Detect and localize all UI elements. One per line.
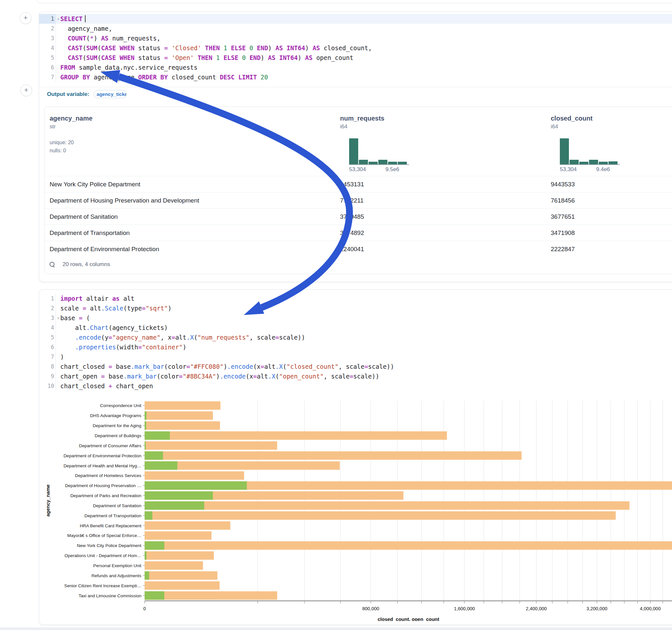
open-count-bar — [145, 431, 170, 440]
line-number: 3 — [39, 33, 55, 43]
code-line[interactable]: 2scale = alt.Scale(type="sqrt") — [39, 303, 672, 313]
line-number: 7 — [39, 72, 55, 82]
table-footer: 20 rows, 4 columns — [50, 261, 110, 268]
code-line[interactable]: 5 CAST(SUM(CASE WHEN status = 'Open' THE… — [39, 53, 672, 63]
open-count-bar — [145, 411, 146, 420]
table-cell: Department of Housing Preservation and D… — [50, 193, 199, 209]
column-histogram — [349, 138, 409, 165]
table-row[interactable]: Department of Sanitation37494853677651 — [44, 209, 672, 224]
line-number: 9 — [39, 371, 55, 381]
y-axis-label: Department of Sanitation — [93, 503, 141, 508]
code-line[interactable]: 10chart_closed + chart_open — [39, 381, 672, 391]
line-number: 10 — [39, 381, 55, 391]
next-cell-edge — [0, 627, 672, 630]
table-row[interactable]: Department of Transportation377489234719… — [44, 224, 672, 241]
open-count-bar — [145, 441, 146, 450]
table-cell: Department of Sanitation — [50, 209, 118, 224]
y-axis-label: DHS Advantage Programs — [90, 413, 142, 418]
y-axis-label: Department of Buildings — [95, 433, 141, 438]
code-line[interactable]: 3∨base = ( — [39, 313, 672, 323]
code-text: CAST(SUM(CASE WHEN status = 'Open' THEN … — [55, 53, 672, 63]
code-text: alt.Chart(agency_tickets) — [55, 323, 672, 333]
python-code-editor[interactable]: 1import altair as alt2scale = alt.Scale(… — [39, 290, 672, 393]
y-axis-label: Correspondence Unit — [100, 403, 141, 408]
previous-cell-edge — [37, 0, 672, 3]
code-text: GROUP BY agency_name ORDER BY closed_cou… — [55, 72, 672, 82]
open-count-bar — [145, 452, 163, 460]
add-cell-button-middle[interactable]: + — [20, 84, 32, 96]
table-cell: 9453131 — [340, 176, 364, 192]
code-line[interactable]: 7) — [39, 352, 672, 362]
code-line[interactable]: 5 .encode(y="agency_name", x=alt.X("num_… — [39, 333, 672, 342]
y-axis-label: Department for the Aging — [93, 423, 141, 428]
y-axis-label: New York City Police Department — [77, 543, 141, 548]
closed-count-bar — [145, 452, 522, 460]
histogram-max-label: 9.5e6 — [385, 166, 399, 173]
closed-count-bar — [145, 441, 277, 450]
code-line[interactable]: 8chart_closed = base.mark_bar(color="#FF… — [39, 362, 672, 371]
code-line[interactable]: 6FROM sample_data.nyc.service_requests — [39, 63, 672, 72]
column-dtype: i64 — [551, 123, 593, 130]
column-name: num_requests — [340, 115, 384, 122]
code-line[interactable]: 4 CAST(SUM(CASE WHEN status = 'Closed' T… — [39, 43, 672, 53]
code-line[interactable]: 3 COUNT(*) AS num_requests, — [39, 33, 672, 43]
table-row[interactable]: Department of Housing Preservation and D… — [44, 192, 672, 209]
table-cell: 3774892 — [340, 225, 364, 241]
open-count-bar — [145, 541, 164, 550]
closed-count-bar — [145, 511, 616, 520]
table-row[interactable]: Department of Environmental Protection22… — [44, 241, 672, 257]
column-name: agency_name — [50, 115, 92, 122]
line-number: 5 — [39, 333, 55, 342]
code-line[interactable]: 7GROUP BY agency_name ORDER BY closed_co… — [39, 72, 672, 82]
column-dtype: i64 — [340, 123, 384, 130]
column-header[interactable]: agency_namestrunique: 20nulls: 0 — [50, 115, 92, 154]
code-line[interactable]: 2 agency_name, — [39, 24, 672, 33]
table-cell: New York City Police Department — [50, 176, 140, 192]
line-number: 7 — [39, 352, 55, 362]
sql-code-editor[interactable]: 1∨SELECT2 agency_name,3 COUNT(*) AS num_… — [39, 12, 672, 84]
code-text: FROM sample_data.nyc.service_requests — [55, 63, 672, 72]
code-line[interactable]: 4 alt.Chart(agency_tickets) — [39, 323, 672, 333]
y-axis-label: Department of Homeless Services — [75, 473, 141, 478]
column-stat: unique: 20 — [50, 138, 92, 146]
line-number: 3∨ — [39, 313, 55, 323]
line-number: 2 — [39, 24, 55, 33]
table-cell: 7618456 — [551, 193, 575, 209]
code-line[interactable]: 9chart_open = base.mark_bar(color="#8BC3… — [39, 371, 672, 381]
code-text: scale = alt.Scale(type="sqrt") — [55, 303, 672, 313]
histogram-bar — [579, 162, 589, 164]
search-icon[interactable] — [50, 262, 55, 267]
table-cell: 2240041 — [340, 241, 364, 257]
x-axis-title: closed_count, open_count — [378, 616, 439, 621]
y-axis-label: Mayorâ€ s Office of Special Enforce… — [67, 533, 141, 538]
y-axis-label: HRA Benefit Card Replacement — [80, 524, 141, 528]
x-tick-label: 1,600,000 — [454, 606, 475, 611]
chevron-down-icon[interactable]: ∨ — [57, 313, 59, 323]
column-stat: nulls: 0 — [50, 146, 92, 154]
closed-count-bar — [145, 571, 217, 580]
table-cell: 7782211 — [340, 193, 364, 209]
closed-count-bar — [145, 591, 277, 600]
code-text: SELECT — [55, 14, 672, 24]
table-cell: 3749485 — [340, 209, 364, 224]
output-variable-pill[interactable]: agency_tickets — [94, 90, 127, 98]
y-axis-label: Senior Citizen Rent Increase Exempti… — [64, 583, 141, 588]
code-line[interactable]: 1∨SELECT — [39, 14, 672, 24]
code-text: chart_closed + chart_open — [55, 381, 672, 391]
table-row[interactable]: New York City Police Department945313194… — [44, 176, 672, 192]
column-header[interactable]: num_requestsi64 — [340, 115, 384, 130]
code-line[interactable]: 6 .properties(width="container") — [39, 342, 672, 352]
x-tick-label: 4,000,000 — [640, 606, 661, 611]
line-number: 8 — [39, 362, 55, 371]
code-text: chart_open = base.mark_bar(color="#8BC34… — [55, 371, 672, 381]
closed-count-bar — [145, 411, 213, 420]
histogram-bar — [398, 162, 407, 164]
table-cell: Department of Environmental Protection — [50, 241, 159, 257]
code-line[interactable]: 1import altair as alt — [39, 294, 672, 303]
dataframe-preview: 20 rows, 4 columns agency_namestrunique:… — [44, 106, 672, 274]
column-header[interactable]: closed_counti64 — [551, 115, 593, 130]
column-dtype: str — [50, 123, 92, 130]
chevron-down-icon[interactable]: ∨ — [57, 14, 59, 24]
table-body: New York City Police Department945313194… — [44, 176, 672, 257]
add-cell-button-top[interactable]: + — [20, 12, 31, 24]
